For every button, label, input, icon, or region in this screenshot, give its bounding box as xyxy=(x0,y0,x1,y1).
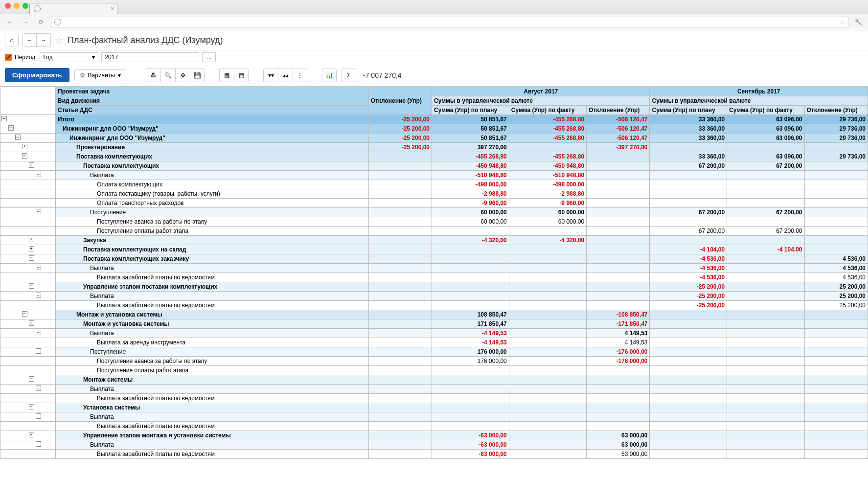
expand-all-button[interactable]: ▾▾ xyxy=(263,68,278,82)
table-row[interactable]: −Выплата-25 200,0025 200,00 xyxy=(0,292,868,301)
cell-value: -4 149,53 xyxy=(432,338,509,347)
table-row[interactable]: −Выплата-63 000,0063 000,00 xyxy=(0,440,868,450)
table-row[interactable]: +Поставка комплектующих на склад-4 104,0… xyxy=(0,245,868,254)
report-table-wrap[interactable]: Проектная задача Отклонение (Упр) Август… xyxy=(0,87,868,459)
collapse-toggle[interactable]: − xyxy=(22,311,27,317)
table-row[interactable]: Поступление оплаты работ этапа67 200,006… xyxy=(0,227,868,236)
table-row[interactable]: Выплата заработной платы по ведомостям xyxy=(0,394,868,403)
table-row[interactable]: Поступление оплаты работ этапа xyxy=(0,366,868,375)
forward-button[interactable]: → xyxy=(37,34,50,46)
table-row[interactable]: Выплата заработной платы по ведомостям-4… xyxy=(0,273,868,282)
table-row[interactable]: +Закупка-4 320,00-4 320,00 xyxy=(0,236,868,245)
tab-close-icon[interactable]: × xyxy=(111,5,114,12)
collapse-toggle[interactable]: − xyxy=(8,125,14,131)
chart-button[interactable]: 📊 xyxy=(322,68,337,82)
table-row[interactable]: −Выплата-510 948,80-510 948,80 xyxy=(0,171,868,180)
period-more-button[interactable]: ... xyxy=(202,52,216,62)
collapse-toggle[interactable]: − xyxy=(29,320,34,326)
bookmark-star-icon[interactable]: ☆ xyxy=(840,19,845,25)
favorite-star-icon[interactable]: ☆ xyxy=(55,34,64,46)
preview-button[interactable]: 🔍 xyxy=(160,68,175,82)
cell-value: -176 000,00 xyxy=(587,357,650,366)
period-type-select[interactable]: Год ▾ xyxy=(40,52,98,62)
collapse-toggle[interactable]: − xyxy=(36,293,41,298)
collapse-toggle[interactable]: − xyxy=(36,386,41,391)
collapse-toggle[interactable]: − xyxy=(15,135,21,140)
collapse-toggle[interactable]: − xyxy=(29,255,34,261)
collapse-toggle[interactable]: − xyxy=(36,265,41,270)
table-row[interactable]: Выплата заработной платы по ведомостям xyxy=(0,422,868,431)
table-row[interactable]: −Установка системы xyxy=(0,403,868,412)
table-row[interactable]: −Инжиниринг для ООО "Изумруд"-25 200,005… xyxy=(0,124,868,134)
move-button[interactable]: ✥ xyxy=(175,68,190,82)
collapse-toggle[interactable]: − xyxy=(29,376,34,382)
save-button[interactable]: 💾 xyxy=(190,68,205,82)
collapse-toggle[interactable]: − xyxy=(29,162,34,168)
collapse-toggle[interactable]: − xyxy=(36,413,41,419)
expand-toggle[interactable]: + xyxy=(29,237,34,242)
table-view2-button[interactable]: ▤ xyxy=(234,68,249,82)
browser-fwd-btn[interactable]: → xyxy=(20,16,31,28)
table-row[interactable]: −Поставка комплектующих заказчику-4 536,… xyxy=(0,254,868,264)
window-close-btn[interactable] xyxy=(5,3,11,9)
collapse-toggle[interactable]: − xyxy=(29,283,34,289)
cell-value xyxy=(368,375,432,385)
table-row[interactable]: −Выплата xyxy=(0,385,868,394)
print-button[interactable]: 🖶 xyxy=(146,68,160,82)
variants-button[interactable]: ⚙ Варианты ▾ xyxy=(74,69,126,81)
cell-value xyxy=(650,357,727,366)
back-button[interactable]: ← xyxy=(23,34,37,46)
table-row[interactable]: Поступление аванса за работы по этапу60 … xyxy=(0,217,868,227)
table-row[interactable]: −Поставка комплектующих-450 948,80-450 9… xyxy=(0,161,868,171)
table-row[interactable]: −Монтаж и установка системы171 850,47-17… xyxy=(0,319,868,329)
collapse-toggle[interactable]: − xyxy=(29,404,34,409)
collapse-toggle[interactable]: − xyxy=(36,330,41,335)
cell-value xyxy=(368,319,432,329)
table-row[interactable]: Выплата за аренду инструмента-4 149,534 … xyxy=(0,338,868,347)
tree-button[interactable]: ⋮ xyxy=(293,68,307,82)
table-row[interactable]: Выплата заработной платы по ведомостям-6… xyxy=(0,450,868,459)
table-view1-button[interactable]: ▦ xyxy=(219,68,234,82)
period-year-input[interactable]: 2017 xyxy=(101,52,199,62)
address-bar[interactable]: ☆ xyxy=(51,17,848,27)
wrench-icon[interactable]: 🔧 xyxy=(852,16,864,28)
table-row[interactable]: Выплата заработной платы по ведомостям-2… xyxy=(0,301,868,310)
collapse-toggle[interactable]: − xyxy=(29,432,34,437)
collapse-toggle[interactable]: − xyxy=(1,116,7,121)
window-min-btn[interactable] xyxy=(14,3,20,9)
collapse-toggle[interactable]: − xyxy=(22,153,27,159)
table-row[interactable]: Оплата комплектующих-498 000,00-498 000,… xyxy=(0,180,868,189)
table-row[interactable]: Оплата поставщику (товары, работы, услуг… xyxy=(0,189,868,199)
table-row[interactable]: −Итого-25 200,0050 851,67-455 268,80-506… xyxy=(0,115,868,124)
home-button[interactable]: ⌂ xyxy=(5,34,19,46)
period-checkbox[interactable] xyxy=(5,54,12,61)
browser-tab[interactable]: × xyxy=(29,3,117,14)
table-row[interactable]: −Монтаж и установка системы108 850,47-10… xyxy=(0,310,868,319)
table-row[interactable]: −Монтаж системы xyxy=(0,375,868,385)
browser-back-btn[interactable]: ← xyxy=(4,16,16,28)
form-button[interactable]: Сформировать xyxy=(5,68,69,82)
table-row[interactable]: Поступление аванса за работы по этапу176… xyxy=(0,357,868,366)
expand-toggle[interactable]: + xyxy=(22,144,27,149)
table-row[interactable]: −Управление этапом поставки комплектующи… xyxy=(0,282,868,292)
collapse-all-button[interactable]: ▴▴ xyxy=(278,68,293,82)
collapse-toggle[interactable]: − xyxy=(36,172,41,177)
window-max-btn[interactable] xyxy=(23,3,28,9)
table-row[interactable]: −Выплата xyxy=(0,412,868,422)
table-row[interactable]: −Поступление60 000,0060 000,0067 200,006… xyxy=(0,208,868,217)
table-row[interactable]: −Поступление176 000,00-176 000,00 xyxy=(0,347,868,357)
sum-button[interactable]: Σ xyxy=(342,68,356,82)
table-row[interactable]: Оплата транспортных расходов-9 960,00-9 … xyxy=(0,199,868,208)
table-row[interactable]: −Выплата-4 536,004 536,00 xyxy=(0,264,868,273)
table-row[interactable]: −Управление этапом монтажа и установки с… xyxy=(0,431,868,440)
collapse-toggle[interactable]: − xyxy=(36,209,41,214)
table-row[interactable]: −Поставка комплектующих-455 268,80-455 2… xyxy=(0,152,868,161)
collapse-toggle[interactable]: − xyxy=(36,441,41,447)
table-row[interactable]: −Инжиниринг для ООО "Изумруд"-25 200,005… xyxy=(0,134,868,143)
row-name: Выплата заработной платы по ведомостям xyxy=(56,301,369,310)
table-row[interactable]: +Проектирование-25 200,00397 270,00-397 … xyxy=(0,143,868,152)
browser-reload-btn[interactable]: ⟳ xyxy=(35,16,47,28)
table-row[interactable]: −Выплата-4 149,534 149,53 xyxy=(0,329,868,338)
collapse-toggle[interactable]: − xyxy=(36,348,41,354)
expand-toggle[interactable]: + xyxy=(29,246,34,251)
